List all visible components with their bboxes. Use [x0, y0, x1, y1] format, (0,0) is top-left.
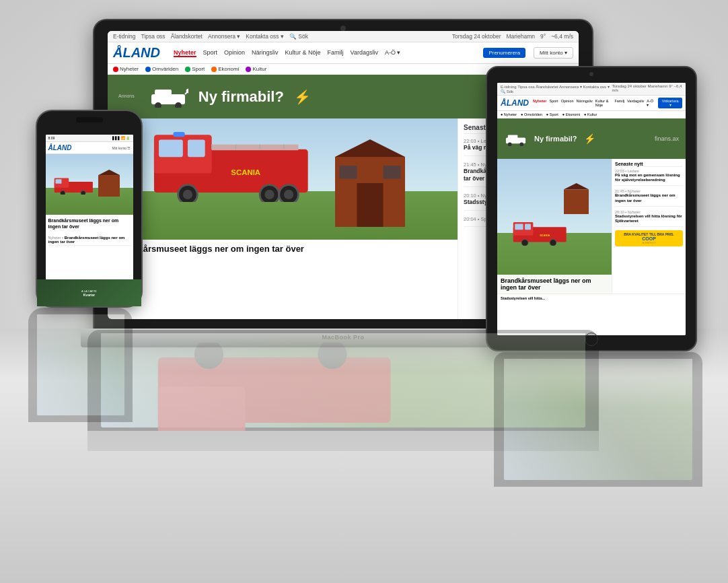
svg-rect-45 [56, 179, 62, 183]
ipad-navbar: ÅLAND Nyheter Sport Opinion Näringsliv K… [497, 96, 686, 111]
topbar-tipsa[interactable]: Tipsa oss [141, 33, 166, 40]
svg-marker-42 [98, 170, 120, 175]
nav-aoe[interactable]: A-Ö ▾ [385, 49, 401, 57]
nav-sport[interactable]: Sport [203, 49, 218, 57]
svg-marker-33 [564, 183, 589, 189]
site-logo[interactable]: ÅLAND [113, 45, 160, 61]
ipad-news-2[interactable]: 21:45 • Nyheter Brandkårsmuseet läggs ne… [615, 189, 683, 207]
ipad-subnav-omvarlden[interactable]: ● Omvärlden [521, 112, 542, 116]
ipad-coop-logo: COOP [617, 236, 681, 241]
topbar-etidning[interactable]: E-tidning [113, 33, 136, 40]
iphone-news-item-1[interactable]: Nyheter • Brandkårsmuseet läggs ner om i… [48, 234, 131, 246]
nav-familj[interactable]: Familj [328, 49, 344, 57]
iphone-status: ▋▋▋ 📶 🔋 [112, 136, 131, 140]
ipad-subnav-nyheter[interactable]: ● Nyheter [501, 112, 517, 116]
nav-naringsliv[interactable]: Näringsliv [252, 49, 279, 57]
svg-rect-29 [508, 135, 518, 139]
ipad-bottom-news: Stadsstyrelsen vill hitta... [497, 294, 686, 302]
svg-rect-25 [357, 183, 384, 227]
iphone-website: 8:09 ▋▋▋ 📶 🔋 ÅLAND Mitt konto ☰ [46, 135, 133, 289]
ipad-news-title-2: Brandkårsmuseet läggs ner om ingen tar ö… [615, 193, 683, 204]
site-hero: SCANIA [108, 118, 458, 319]
svg-text:SCANIA: SCANIA [231, 168, 260, 176]
svg-rect-36 [515, 224, 523, 230]
ipad-topbar: E-tidning Tipsa oss Ålandskortet Annonse… [497, 83, 686, 96]
topbar-kontakta[interactable]: Kontakta oss ▾ [246, 33, 284, 40]
ipad-ad-text: Ny firmabil? [534, 135, 577, 143]
subscribe-button[interactable]: Prenumerera [483, 48, 525, 58]
ipad-nav-aoe[interactable]: A-Ö ▾ [647, 99, 654, 107]
ipad-news-3[interactable]: 20:10 • Nyheter Stadsstyrelsen vill hitt… [615, 210, 683, 228]
nav-opinion[interactable]: Opinion [224, 49, 245, 57]
subnav-omvarlden[interactable]: Omvärlden [145, 66, 178, 72]
ipad-subnav-ekonomi[interactable]: ● Ekonomi [562, 112, 580, 116]
nav-nyheter[interactable]: Nyheter [174, 49, 196, 57]
ipad-website: E-tidning Tipsa oss Ålandskortet Annonse… [497, 83, 686, 335]
nav-kultur[interactable]: Kultur & Nöje [285, 49, 321, 57]
ipad-ad-banner[interactable]: Ny firmabil? ⚡ finans.ax [497, 118, 686, 159]
ipad-nav-sport[interactable]: Sport [549, 99, 558, 107]
ipad-nav-familj[interactable]: Familj [614, 99, 624, 107]
topbar-alandskortet[interactable]: Ålandskortet [171, 33, 203, 40]
svg-marker-24 [335, 139, 405, 157]
svg-point-46 [61, 191, 65, 195]
ipad-nav-kultur[interactable]: Kultur & Nöje [595, 99, 612, 107]
iphone-ad-content: À LA CARTE Kvartar [81, 289, 97, 290]
iphone-headline: Brandkårsmuseet läggs ner om ingen tar ö… [46, 215, 133, 232]
ipad-nav-opinion[interactable]: Opinion [561, 99, 574, 107]
iphone-camera [76, 117, 103, 123]
ipad-subnav-kultur[interactable]: ● Kultur [584, 112, 597, 116]
svg-rect-10 [212, 144, 299, 150]
macbook-camera [340, 26, 346, 31]
ipad-main-headline: Brandkårsmuseet läggs ner om ingen tar ö… [497, 275, 612, 294]
ipad-bottom-headline[interactable]: Stadsstyrelsen vill hitta... [501, 296, 545, 300]
ipad-sidebar-title: Senaste nytt [615, 162, 683, 167]
ipad-news-title-1: På väg mot en gemensam lösning för själv… [615, 173, 683, 184]
ipad-nav-vardagsliv[interactable]: Vardagsliv [627, 99, 644, 107]
svg-point-5 [186, 89, 188, 93]
ipad-outer: E-tidning Tipsa oss Ålandskortet Annonse… [487, 67, 696, 350]
nav-vardagsliv[interactable]: Vardagsliv [351, 49, 378, 57]
svg-rect-9 [188, 139, 205, 157]
ad-label: Annons [118, 94, 135, 98]
ipad-logo[interactable]: ÅLAND [501, 98, 529, 108]
ipad-subnav-sport[interactable]: ● Sport [546, 112, 558, 116]
iphone-reflection [28, 308, 133, 422]
iphone-food-ad[interactable]: À LA CARTE Kvartar [46, 279, 133, 289]
iphone-outer: 8:09 ▋▋▋ 📶 🔋 ÅLAND Mitt konto ☰ [37, 111, 141, 306]
subnav-kultur[interactable]: Kultur [246, 66, 266, 72]
ipad-ad-vehicle-icon [504, 131, 527, 146]
subnav-sport[interactable]: Sport [185, 66, 205, 72]
subnav-nyheter[interactable]: Nyheter [113, 66, 139, 72]
ad-vehicle-icon [148, 84, 188, 109]
ipad-subscribe-button[interactable]: Vittkartera ▾ [658, 98, 682, 108]
svg-point-38 [521, 240, 528, 246]
ipad-market-label: ★MARKET [617, 241, 681, 244]
hero-image: SCANIA [108, 118, 458, 240]
nav-links: Nyheter Sport Opinion Näringsliv Kultur … [174, 49, 400, 57]
iphone-barn [98, 170, 120, 197]
main-headline: Brandkårsmuseet läggs ner om ingen tar ö… [108, 240, 458, 258]
topbar-search[interactable]: 🔍 Sök [289, 33, 308, 40]
svg-point-47 [81, 191, 85, 195]
iphone-account-link[interactable]: Mitt konto ☰ [112, 146, 130, 150]
ipad-news-1[interactable]: 22:03 • Ledare På väg mot en gemensam lö… [615, 169, 683, 186]
svg-rect-22 [174, 132, 185, 137]
ipad-ad-plug-icon: ⚡ [584, 133, 595, 144]
subnav-ekonomi[interactable]: Ekonomi [211, 66, 239, 72]
iphone-topbar: 8:09 ▋▋▋ 📶 🔋 [46, 135, 133, 142]
svg-rect-37 [525, 224, 531, 230]
ipad-hero-truck: SCANIA [503, 219, 570, 246]
topbar-right: Torsdag 24 oktober Mariehamn 9° ~6,4 m/s [452, 33, 573, 40]
svg-point-39 [550, 240, 556, 246]
ipad-nav-nyheter[interactable]: Nyheter [533, 99, 546, 107]
iphone-device: 8:09 ▋▋▋ 📶 🔋 ÅLAND Mitt konto ☰ [37, 111, 141, 306]
account-button[interactable]: Mitt konto ▾ [534, 47, 573, 59]
ipad-sidebar: Senaste nytt 22:03 • Ledare På väg mot e… [612, 159, 686, 294]
ipad-nav-naringsliv[interactable]: Näringsliv [577, 99, 593, 107]
ipad-coop-ad[interactable]: BRA KVALITET TILL BRA PRIS. COOP ★MARKET [615, 230, 683, 246]
ipad-camera [589, 72, 593, 76]
topbar-annonsera[interactable]: Annonsera ▾ [208, 33, 240, 40]
svg-rect-32 [564, 189, 589, 214]
iphone-logo[interactable]: ÅLAND [48, 144, 72, 151]
